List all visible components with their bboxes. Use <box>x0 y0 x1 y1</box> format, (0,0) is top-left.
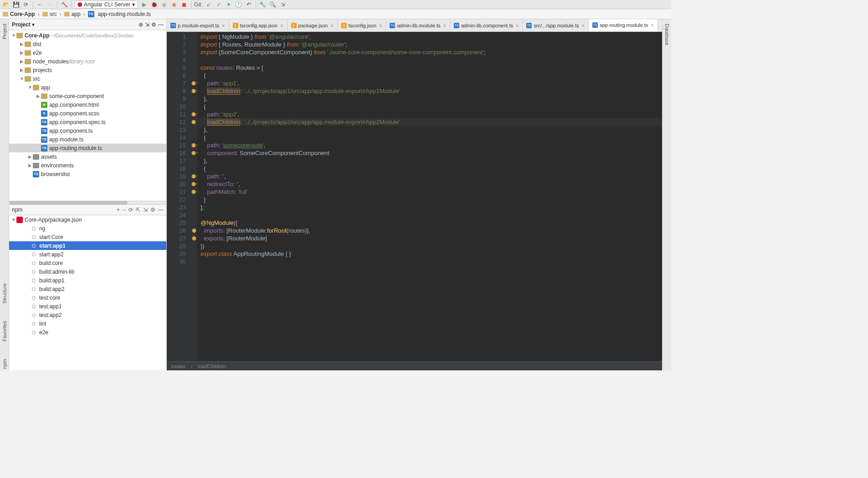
code-content[interactable]: import { NgModule } from '@angular/core'… <box>197 32 662 361</box>
editor-tab[interactable]: {}package.json× <box>288 19 338 31</box>
breadcrumb-app[interactable]: app <box>64 11 81 17</box>
tree-item[interactable]: TSapp-routing.module.ts <box>9 144 166 152</box>
footer-crumb-1[interactable]: loadChildren <box>198 364 226 369</box>
revert-icon[interactable]: ↶ <box>245 0 253 9</box>
npm-script[interactable]: build:core <box>9 259 166 267</box>
update-icon[interactable]: ↙ <box>205 0 213 9</box>
close-icon[interactable]: × <box>379 23 382 28</box>
npm-script[interactable]: test:app1 <box>9 302 166 311</box>
project-tree[interactable]: ▼Core-App ~/Documents/CodeSandbox2/Jorda… <box>9 30 166 201</box>
tab-favorites[interactable]: Favorites <box>2 319 7 343</box>
collapse-all-icon[interactable]: ⇱ <box>136 207 140 213</box>
stop-icon[interactable]: ◼ <box>180 0 188 9</box>
run-config-dropdown[interactable]: ⬢ Angular CLI Server ▾ <box>74 0 138 9</box>
history-icon[interactable]: 🕐 <box>235 0 243 9</box>
right-tool-tabs: Database <box>662 19 671 370</box>
tree-item[interactable]: TSbrowserslist <box>9 170 166 178</box>
tree-item[interactable]: Sapp.component.scss <box>9 109 166 118</box>
breadcrumb-file[interactable]: TSapp-routing.module.ts <box>88 11 151 17</box>
line-gutter: 1234567891011121314151617181920212223242… <box>167 32 191 361</box>
close-icon[interactable]: × <box>443 23 446 28</box>
editor-tab[interactable]: TSp.module-export.ts× <box>167 19 229 31</box>
tab-npm[interactable]: npm <box>2 357 7 370</box>
tab-project[interactable]: Project <box>2 22 7 41</box>
remove-icon[interactable]: − <box>123 207 126 213</box>
npm-script[interactable]: start:app1 <box>9 241 166 250</box>
refresh-icon[interactable]: ⟳ <box>128 207 133 213</box>
tab-database[interactable]: Database <box>664 22 670 47</box>
close-icon[interactable]: × <box>516 23 519 28</box>
tree-item[interactable]: ▶dist <box>9 40 166 48</box>
npm-script[interactable]: start:Core <box>9 233 166 241</box>
sync-icon[interactable]: ⟳ <box>22 0 30 9</box>
back-icon[interactable]: ← <box>36 0 44 9</box>
npm-script[interactable]: build:admin-lib <box>9 267 166 276</box>
tree-scrollbar[interactable] <box>9 201 166 204</box>
npm-script[interactable]: build:app2 <box>9 285 166 293</box>
tree-item[interactable]: ▼src <box>9 74 166 83</box>
npm-script[interactable]: ng <box>9 224 166 233</box>
compare-icon[interactable]: ✦ <box>225 0 233 9</box>
gear-icon[interactable]: ⚙ <box>151 21 156 28</box>
npm-script[interactable]: lint <box>9 319 166 328</box>
close-icon[interactable]: × <box>581 23 584 28</box>
close-icon[interactable]: × <box>222 23 225 28</box>
build-icon[interactable]: 🔨 <box>60 0 68 9</box>
expand-icon[interactable]: ⇲ <box>143 207 148 213</box>
editor-tab[interactable]: TSadmin-lib.component.ts× <box>450 19 523 31</box>
npm-scripts-tree[interactable]: ▼Core-App/package.jsonngstart:Corestart:… <box>9 215 166 370</box>
editor-tab[interactable]: {}tsconfig.app.json× <box>229 19 288 31</box>
npm-script[interactable]: e2e <box>9 328 166 337</box>
profile-icon[interactable]: ◉ <box>170 0 178 9</box>
tab-structure[interactable]: Structure <box>2 281 7 306</box>
tree-item[interactable]: TSapp.component.ts <box>9 126 166 135</box>
editor-tab[interactable]: TSadmin-lib.module.ts× <box>386 19 450 31</box>
npm-script[interactable]: start:app2 <box>9 250 166 259</box>
editor-tab[interactable]: {}tsconfig.json× <box>338 19 386 31</box>
commit-icon[interactable]: ✓ <box>215 0 223 9</box>
add-icon[interactable]: + <box>117 207 120 213</box>
more-icon[interactable]: ⇲ <box>279 0 287 9</box>
npm-title: npm <box>12 207 117 213</box>
tree-item[interactable]: TSapp.component.spec.ts <box>9 118 166 126</box>
tree-item[interactable]: ▶assets <box>9 152 166 161</box>
editor-body[interactable]: 1234567891011121314151617181920212223242… <box>167 32 662 361</box>
editor-tab[interactable]: TSapp-routing.module.ts× <box>589 19 658 31</box>
npm-hide-icon[interactable]: — <box>158 207 164 213</box>
tree-item[interactable]: TSapp.module.ts <box>9 135 166 144</box>
coverage-icon[interactable]: ◉ <box>160 0 168 9</box>
editor-tab[interactable]: TSsrc/.../app.module.ts× <box>523 19 588 31</box>
npm-script[interactable]: test:core <box>9 293 166 302</box>
hide-icon[interactable]: — <box>158 21 164 28</box>
collapse-icon[interactable]: ⇲ <box>145 21 149 28</box>
npm-script[interactable]: build:app1 <box>9 276 166 285</box>
save-icon[interactable]: 💾 <box>12 0 20 9</box>
npm-package[interactable]: ▼Core-App/package.json <box>9 215 166 224</box>
settings-icon[interactable]: 🔧 <box>259 0 267 9</box>
npm-script[interactable]: test:app2 <box>9 311 166 319</box>
forward-icon[interactable]: → <box>46 0 54 9</box>
search-icon[interactable]: 🔍 <box>269 0 277 9</box>
breadcrumb-project[interactable]: Core-App <box>3 11 35 17</box>
npm-settings-icon[interactable]: ⚙ <box>150 207 155 213</box>
tree-item[interactable]: ▼app <box>9 83 166 92</box>
tree-item[interactable]: ▶some-core-component <box>9 92 166 100</box>
debug-icon[interactable]: 🐞 <box>150 0 158 9</box>
tree-root[interactable]: ▼Core-App ~/Documents/CodeSandbox2/Jorda… <box>9 31 166 40</box>
scroll-from-source-icon[interactable]: ⊕ <box>139 21 143 28</box>
breadcrumb-src[interactable]: src <box>42 11 57 17</box>
close-icon[interactable]: × <box>651 22 653 28</box>
tree-item[interactable]: ▶environments <box>9 161 166 170</box>
run-icon[interactable]: ▶ <box>140 0 148 9</box>
tree-item[interactable]: ▶node_modules library root <box>9 57 166 66</box>
open-icon[interactable]: 📂 <box>2 0 10 9</box>
chevron-down-icon: ▾ <box>132 1 135 8</box>
footer-crumb-0[interactable]: routes <box>171 364 185 369</box>
close-icon[interactable]: × <box>280 23 283 28</box>
project-dropdown[interactable]: Project ▾ <box>12 21 35 28</box>
tree-item[interactable]: Happ.component.html <box>9 100 166 109</box>
editor-area: TSp.module-export.ts×{}tsconfig.app.json… <box>167 19 662 370</box>
close-icon[interactable]: × <box>330 23 333 28</box>
tree-item[interactable]: ▶e2e <box>9 48 166 57</box>
tree-item[interactable]: ▶projects <box>9 66 166 74</box>
